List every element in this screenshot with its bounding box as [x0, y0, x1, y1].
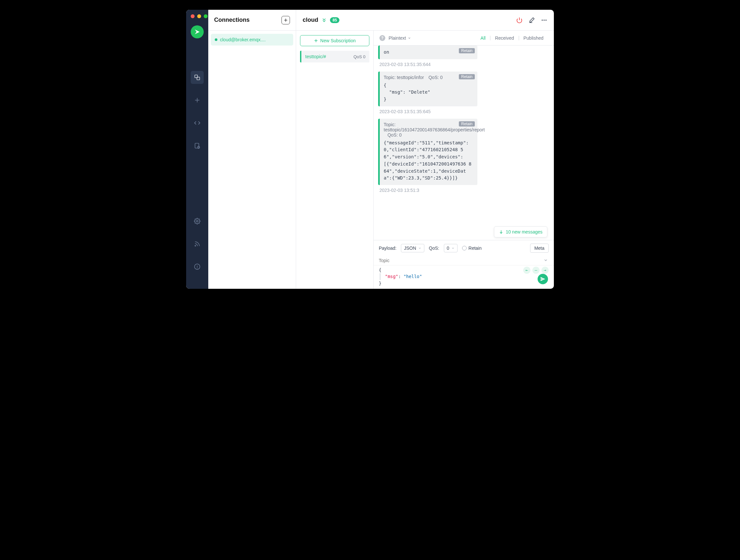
- editor-prev-button[interactable]: ←: [523, 267, 531, 274]
- qos-value: 0: [447, 245, 449, 251]
- svg-point-7: [195, 245, 196, 246]
- edit-button[interactable]: [529, 17, 535, 23]
- editor-next-button[interactable]: →: [542, 267, 549, 274]
- connections-header: Connections: [208, 10, 296, 30]
- connection-label: cloud@broker.emqx....: [220, 37, 266, 42]
- messages-column: ? Plaintext All Received Published: [374, 30, 554, 289]
- payload-editor[interactable]: ← – → { "msg": "hello" }: [374, 265, 554, 289]
- retain-label: Retain: [469, 245, 482, 251]
- svg-rect-4: [195, 143, 199, 148]
- meta-button[interactable]: Meta: [530, 244, 549, 253]
- publish-panel: Payload: JSON QoS: 0 Retain: [374, 240, 554, 289]
- new-subscription-button[interactable]: New Subscription: [300, 35, 369, 46]
- subscription-qos: QoS 0: [353, 54, 365, 59]
- message-qos: QoS: 0: [429, 75, 443, 80]
- app-window: Connections cloud@broker.emqx.... cloud …: [186, 10, 554, 289]
- message-card: Retain Topic: testtopic/1610472001497636…: [378, 119, 477, 185]
- minimize-window[interactable]: [197, 14, 201, 18]
- content-main: cloud 85: [296, 10, 554, 289]
- message-qos: QoS: 0: [388, 132, 402, 137]
- payload-label: Payload:: [379, 245, 396, 251]
- connections-pane: Connections cloud@broker.emqx....: [208, 10, 296, 289]
- message-card: Retain on: [378, 45, 477, 59]
- connection-name: cloud: [303, 17, 318, 23]
- tab-all[interactable]: All: [476, 35, 490, 41]
- content-header: cloud 85: [296, 10, 554, 30]
- payload-format-value: JSON: [404, 245, 416, 251]
- help-icon[interactable]: ?: [379, 35, 385, 41]
- svg-point-17: [545, 19, 546, 20]
- new-messages-label: 10 new messages: [506, 229, 543, 234]
- more-button[interactable]: [541, 17, 547, 23]
- retain-badge: Retain: [459, 74, 475, 79]
- plus-icon: [314, 38, 318, 43]
- messages-list[interactable]: Retain on 2023-02-03 13:51:35:644 Retain…: [374, 45, 554, 240]
- send-button[interactable]: [538, 274, 548, 284]
- retain-badge: Retain: [459, 121, 475, 126]
- qos-label: QoS:: [429, 245, 439, 251]
- message-timestamp: 2023-02-03 13:51:35:645: [379, 109, 549, 114]
- maximize-window[interactable]: [204, 14, 208, 18]
- nav-connections[interactable]: [191, 71, 204, 84]
- filter-bar: ? Plaintext All Received Published: [374, 30, 554, 45]
- radio-icon: [462, 246, 467, 250]
- chevron-down-icon: [418, 246, 422, 250]
- chevron-down-icon: [408, 36, 411, 40]
- qos-select[interactable]: 0: [444, 244, 458, 252]
- expand-icon[interactable]: [321, 18, 327, 23]
- message-timestamp: 2023-02-03 13:51:3: [379, 188, 549, 193]
- message-body: {"messageId":"511","timestamp":0,"client…: [384, 139, 473, 182]
- publish-options: Payload: JSON QoS: 0 Retain: [374, 240, 554, 256]
- nav-new[interactable]: [191, 94, 204, 107]
- connection-list: cloud@broker.emqx....: [208, 30, 296, 49]
- svg-point-15: [542, 19, 543, 20]
- traffic-lights: [191, 14, 208, 18]
- close-window[interactable]: [191, 14, 195, 18]
- filter-tabs: All Received Published: [476, 35, 548, 41]
- format-value: Plaintext: [388, 35, 406, 41]
- new-messages-pill[interactable]: 10 new messages: [494, 226, 547, 237]
- topic-history-button[interactable]: [543, 258, 548, 262]
- nav-feed[interactable]: [191, 237, 204, 250]
- nav-log[interactable]: [191, 139, 204, 152]
- nav-help[interactable]: [191, 260, 204, 273]
- new-subscription-label: New Subscription: [320, 38, 356, 43]
- svg-point-10: [197, 268, 197, 268]
- app-logo: [191, 25, 204, 38]
- editor-toolbar: ← – →: [523, 267, 549, 274]
- svg-point-6: [197, 220, 198, 222]
- retain-badge: Retain: [459, 48, 475, 53]
- payload-format-select[interactable]: JSON: [401, 244, 424, 252]
- retain-toggle[interactable]: Retain: [462, 245, 482, 251]
- nav-settings[interactable]: [191, 215, 204, 228]
- send-icon: [540, 276, 545, 282]
- subscriptions-column: New Subscription testtopic/# QoS 0: [296, 30, 374, 289]
- subscription-item[interactable]: testtopic/# QoS 0: [300, 51, 369, 63]
- format-select[interactable]: Plaintext: [388, 35, 411, 41]
- tab-published[interactable]: Published: [519, 35, 548, 41]
- tab-received[interactable]: Received: [490, 35, 519, 41]
- editor-collapse-button[interactable]: –: [532, 267, 540, 274]
- disconnect-button[interactable]: [516, 17, 523, 23]
- add-connection-button[interactable]: [281, 16, 290, 24]
- message-count-badge: 85: [330, 17, 340, 23]
- nav-scripts[interactable]: [191, 116, 204, 129]
- message-card: Retain Topic: testtopic/infor QoS: 0 { "…: [378, 72, 477, 106]
- arrow-down-icon: [499, 230, 503, 234]
- svg-point-16: [543, 19, 544, 20]
- message-topic: Topic: testtopic/infor: [384, 75, 424, 80]
- chevron-down-icon: [451, 246, 455, 250]
- connection-item[interactable]: cloud@broker.emqx....: [211, 34, 293, 45]
- subscription-topic: testtopic/#: [305, 54, 326, 59]
- message-timestamp: 2023-02-03 13:51:35:644: [379, 62, 549, 67]
- message-body: { "msg": "Delete" }: [384, 82, 473, 103]
- connections-title: Connections: [214, 17, 250, 23]
- topic-input[interactable]: [374, 256, 554, 265]
- sidebar: [186, 10, 208, 289]
- status-dot-icon: [215, 38, 217, 41]
